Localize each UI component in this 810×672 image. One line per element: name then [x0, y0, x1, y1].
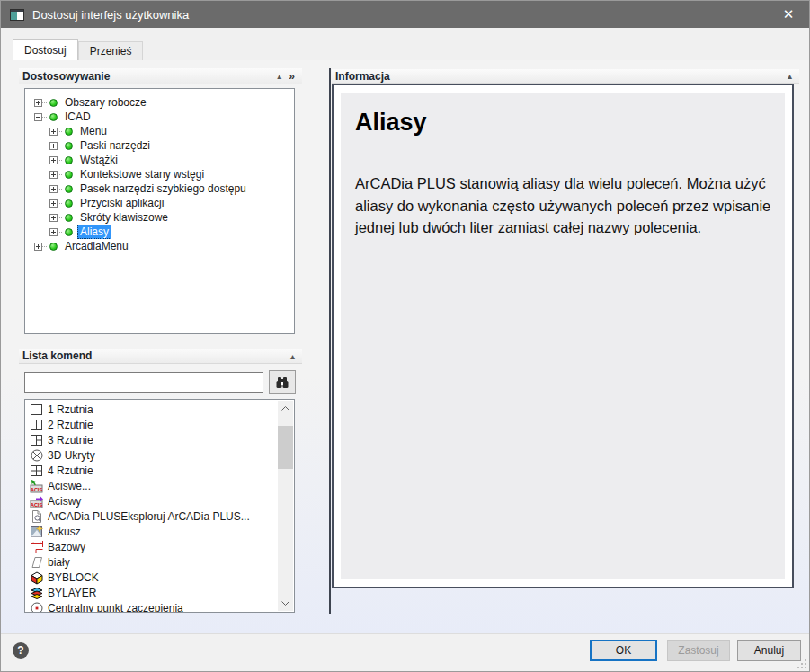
command-item-aciswe[interactable]: ACISAciswe... — [25, 478, 278, 493]
expand-box-icon[interactable] — [49, 185, 58, 193]
customize-panel-header[interactable]: Dostosowywanie ▴ » — [19, 68, 302, 84]
cancel-button[interactable]: Anuluj — [737, 640, 801, 661]
command-item-arcadia-pluseksploruj-arcadia-plus[interactable]: ArCADia PLUSEksploruj ArCADia PLUS... — [25, 508, 278, 524]
tree-item-icad[interactable]: ICAD — [25, 110, 294, 124]
tree-item-label: Menu — [77, 124, 110, 138]
status-dot-icon — [65, 142, 73, 150]
tab-przenie[interactable]: Przenieś — [78, 41, 144, 60]
status-dot-icon — [65, 214, 73, 222]
command-search-input[interactable] — [24, 372, 263, 393]
command-item-byblock[interactable]: BYBLOCK — [25, 570, 278, 585]
tab-dostosuj[interactable]: Dostosuj — [13, 39, 78, 60]
command-item-label: BYBLOCK — [48, 571, 99, 584]
center-snap-icon — [30, 601, 44, 614]
customize-ui-dialog: Dostosuj interfejs użytkownika ✕ Dostosu… — [0, 0, 810, 672]
ok-button[interactable]: OK — [590, 640, 657, 661]
command-item-1-rzutnia[interactable]: 1 Rzutnia — [25, 402, 278, 417]
collapse-icon[interactable]: ▴ — [784, 71, 796, 81]
expand-box-icon[interactable] — [49, 214, 58, 222]
tree-item-kontekstowe-stany-wst-gi[interactable]: Kontekstowe stany wstęgi — [25, 167, 294, 181]
tree-item-obszary-robocze[interactable]: Obszary robocze — [25, 95, 294, 110]
command-item-arkusz[interactable]: Arkusz — [25, 524, 278, 539]
expand-box-icon[interactable] — [49, 228, 58, 236]
command-list-scrollbar[interactable] — [278, 401, 293, 611]
customize-panel-title: Dostosowywanie — [22, 70, 110, 83]
tree-item-aliasy[interactable]: Aliasy — [25, 225, 294, 239]
commands-panel-title: Lista komend — [22, 349, 92, 362]
command-item-label: Arkusz — [48, 526, 81, 538]
tree-item-paski-narz-dzi[interactable]: Paski narzędzi — [25, 138, 294, 153]
status-dot-icon — [65, 156, 73, 164]
command-list[interactable]: 1 Rzutnia2 Rzutnie3 Rzutnie3D Ukryty4 Rz… — [24, 399, 295, 613]
status-dot-icon — [65, 185, 73, 193]
tree-connector — [58, 160, 62, 161]
tree-item-label: Pasek narzędzi szybkiego dostępu — [77, 181, 249, 196]
command-item-label: 2 Rzutnie — [48, 419, 93, 431]
help-icon[interactable]: ? — [13, 642, 29, 659]
command-item-label: Bazowy — [48, 541, 85, 553]
command-item-3-rzutnie[interactable]: 3 Rzutnie — [25, 432, 278, 447]
commands-panel-header[interactable]: Lista komend ▴ — [19, 349, 302, 364]
tree-item-label: Przyciski aplikacji — [77, 196, 166, 210]
svg-text:ACIS: ACIS — [31, 501, 42, 507]
command-item-centralny-punkt-zaczepienia[interactable]: Centralny punkt zaczepienia — [25, 600, 278, 613]
tree-item-label: Aliasy — [77, 225, 111, 239]
command-item-bylayer[interactable]: BYLAYER — [25, 585, 278, 600]
command-item-bazowy[interactable]: Bazowy — [25, 539, 278, 554]
tree-item-label: Skróty klawiszowe — [77, 210, 171, 225]
viewport-3-icon — [30, 433, 44, 447]
resize-grip[interactable] — [797, 659, 806, 668]
binoculars-icon — [275, 376, 289, 389]
expand-box-icon[interactable] — [49, 171, 58, 179]
command-item-bia-y[interactable]: biały — [25, 554, 278, 570]
apply-button[interactable]: Zastosuj — [667, 640, 730, 661]
3d-hidden-icon — [30, 448, 44, 463]
expand-box-icon[interactable] — [49, 128, 58, 136]
tree-item-pasek-narz-dzi-szybkiego-dost-pu[interactable]: Pasek narzędzi szybkiego dostępu — [25, 181, 294, 196]
command-item-label: 4 Rzutnie — [48, 464, 93, 477]
command-item-3d-ukryty[interactable]: 3D Ukryty — [25, 447, 278, 463]
expand-box-icon[interactable] — [49, 142, 58, 150]
expand-box-icon[interactable] — [34, 99, 42, 107]
command-item-label: Aciswy — [48, 495, 81, 508]
search-button[interactable] — [269, 370, 296, 394]
tree-connector — [42, 246, 47, 247]
tree-item-wst-ki[interactable]: Wstążki — [25, 153, 294, 167]
sheet-icon — [30, 525, 44, 539]
dimension-baseline-icon — [30, 540, 44, 554]
tree-item-przyciski-aplikacji[interactable]: Przyciski aplikacji — [25, 196, 294, 210]
tree-item-label: Kontekstowe stany wstęgi — [77, 167, 207, 181]
title-bar[interactable]: Dostosuj interfejs użytkownika ✕ — [1, 1, 809, 28]
scroll-down-icon[interactable] — [278, 596, 293, 611]
status-dot-icon — [65, 128, 73, 136]
expand-box-icon[interactable] — [34, 243, 42, 251]
panel-splitter[interactable] — [329, 68, 331, 614]
tree-item-label: Wstążki — [77, 153, 120, 167]
command-item-label: 1 Rzutnia — [48, 403, 93, 416]
status-dot-icon — [65, 171, 73, 179]
tree-connector — [42, 102, 47, 103]
command-item-4-rzutnie[interactable]: 4 Rzutnie — [25, 463, 278, 478]
scroll-up-icon[interactable] — [278, 401, 293, 416]
window-title: Dostosuj interfejs użytkownika — [32, 8, 189, 22]
tree-item-label: Obszary robocze — [62, 95, 149, 110]
collapse-box-icon[interactable] — [34, 113, 42, 121]
info-heading: Aliasy — [355, 109, 772, 137]
customization-tree[interactable]: Obszary roboczeICADMenuPaski narzędziWst… — [24, 88, 295, 334]
scrollbar-thumb[interactable] — [278, 426, 293, 469]
command-item-aciswy[interactable]: ACISAciswy — [25, 493, 278, 508]
expand-box-icon[interactable] — [49, 156, 58, 164]
status-dot-icon — [49, 243, 58, 251]
collapse-icon[interactable]: ▴ — [287, 351, 298, 361]
tree-item-skr-ty-klawiszowe[interactable]: Skróty klawiszowe — [25, 210, 294, 225]
collapse-icon[interactable]: ▴ — [273, 71, 285, 81]
close-icon[interactable]: ✕ — [768, 1, 809, 28]
expand-box-icon[interactable] — [49, 199, 58, 208]
command-item-2-rzutnie[interactable]: 2 Rzutnie — [25, 417, 278, 432]
info-panel-header[interactable]: Informacja ▴ — [332, 69, 799, 84]
tab-strip: DostosujPrzenieś — [13, 39, 143, 60]
overflow-chevrons-icon[interactable]: » — [285, 70, 298, 83]
tree-item-menu[interactable]: Menu — [25, 124, 294, 138]
white-color-icon — [30, 555, 44, 570]
tree-item-arcadiamenu[interactable]: ArcadiaMenu — [25, 239, 294, 253]
